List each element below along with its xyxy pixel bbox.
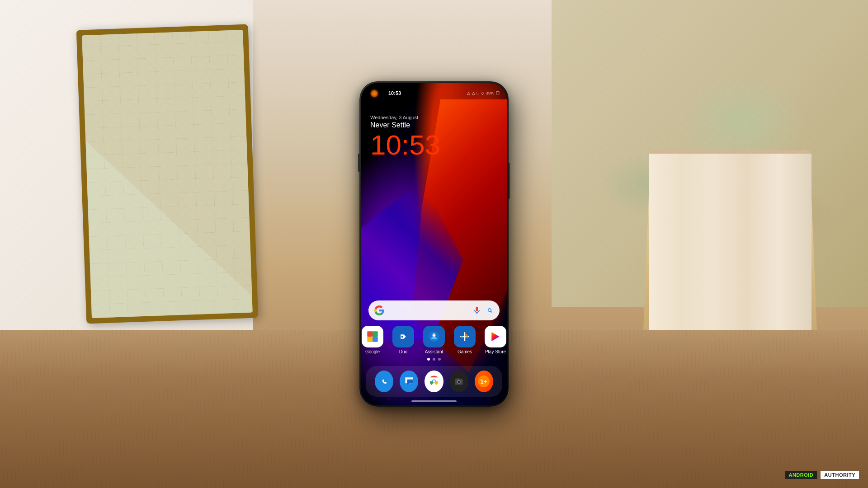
phone-icon <box>378 375 390 387</box>
bluetooth-icon: △ <box>467 91 470 95</box>
app-row: Google Duo <box>361 326 507 354</box>
google-app-label: Google <box>365 349 380 354</box>
svg-rect-5 <box>373 337 378 342</box>
mic-icon[interactable] <box>472 306 481 315</box>
watermark-authority: AUTHORITY <box>821 471 859 479</box>
playstore-app-icon[interactable] <box>485 326 506 347</box>
nfc-icon: ◇ <box>481 91 484 95</box>
svg-point-24 <box>458 381 460 383</box>
camera-icon <box>453 375 465 387</box>
svg-rect-0 <box>486 307 494 314</box>
volume-button[interactable] <box>509 163 510 199</box>
svg-point-20 <box>433 380 435 382</box>
games-app-label: Games <box>458 349 472 354</box>
search-bar-area <box>361 300 507 320</box>
svg-point-11 <box>434 334 435 335</box>
battery-icon: ☐ <box>496 91 500 95</box>
games-app-icon[interactable] <box>454 326 476 347</box>
svg-rect-25 <box>457 378 459 379</box>
home-screen: Wednesday, 3 August Never Settle 10:53 <box>361 106 507 405</box>
svg-point-7 <box>401 336 403 338</box>
map-lines <box>82 30 253 318</box>
status-bar: 10:53 △ △ □ ◇ 35% ☐ <box>361 83 507 99</box>
app-item-playstore[interactable]: Play Store <box>485 326 506 354</box>
dot-1 <box>427 358 430 361</box>
duo-app-label: Duo <box>399 349 407 354</box>
alert-slider[interactable] <box>358 154 359 172</box>
phone-screen[interactable]: 10:53 △ △ □ ◇ 35% ☐ Wednesday, 3 August <box>361 83 507 405</box>
dock-camera-icon[interactable] <box>450 371 468 392</box>
dock: 1+ <box>366 366 502 397</box>
oneplus-icon: 1+ <box>478 375 490 387</box>
map-content <box>82 30 253 318</box>
svg-point-16 <box>378 375 390 387</box>
svg-text:1+: 1+ <box>481 378 487 385</box>
dot-2 <box>433 358 435 361</box>
google-g-icon <box>374 305 385 316</box>
duo-icon <box>397 330 410 343</box>
assistant-app-label: Assistant <box>425 349 443 354</box>
home-bar <box>411 400 457 402</box>
home-indicator[interactable] <box>361 400 507 405</box>
dock-phone-icon[interactable] <box>375 371 393 392</box>
motto-text: Never Settle <box>370 121 498 129</box>
app-item-google[interactable]: Google <box>362 326 383 354</box>
phone: 10:53 △ △ □ ◇ 35% ☐ Wednesday, 3 August <box>359 81 509 407</box>
dock-chrome-icon[interactable] <box>425 371 443 392</box>
google-search-bar[interactable] <box>368 300 500 320</box>
datetime-area: Wednesday, 3 August Never Settle 10:53 <box>361 106 507 164</box>
watermark: ANDROID AUTHORITY <box>785 471 859 479</box>
chrome-icon <box>428 375 440 387</box>
playstore-icon <box>489 330 502 343</box>
clock-display: 10:53 <box>370 131 498 159</box>
google-app-icon[interactable] <box>362 326 383 347</box>
google-icon <box>366 330 379 343</box>
assistant-app-icon[interactable] <box>423 326 445 347</box>
signal-icon: □ <box>477 91 479 95</box>
svg-point-10 <box>433 334 434 335</box>
dot-3 <box>438 358 441 361</box>
app-item-duo[interactable]: Duo <box>392 326 414 354</box>
svg-rect-3 <box>373 331 378 337</box>
app-item-assistant[interactable]: Assistant <box>423 326 445 354</box>
svg-rect-2 <box>367 331 373 337</box>
app-item-games[interactable]: Games <box>454 326 476 354</box>
phone-body: 10:53 △ △ □ ◇ 35% ☐ Wednesday, 3 August <box>359 81 509 407</box>
scene: 10:53 △ △ □ ◇ 35% ☐ Wednesday, 3 August <box>0 0 868 488</box>
watermark-android: ANDROID <box>785 471 817 479</box>
status-time: 10:53 <box>388 90 401 96</box>
messages-icon <box>403 375 415 387</box>
page-dots <box>361 358 507 361</box>
duo-app-icon[interactable] <box>392 326 414 347</box>
svg-point-9 <box>433 333 436 337</box>
wifi-icon: △ <box>472 91 475 95</box>
lens-icon[interactable] <box>485 306 494 315</box>
dock-messages-icon[interactable] <box>400 371 418 392</box>
games-icon <box>458 330 472 343</box>
picture-frame-inner <box>82 30 253 318</box>
svg-rect-4 <box>367 337 373 342</box>
assistant-icon <box>428 330 440 343</box>
battery-indicator: 35% <box>486 91 494 95</box>
picture-frame <box>76 24 258 324</box>
front-camera <box>369 89 379 99</box>
playstore-app-label: Play Store <box>485 349 506 354</box>
dock-oneplus-icon[interactable]: 1+ <box>475 371 493 392</box>
date-label: Wednesday, 3 August <box>370 115 498 120</box>
status-icons: △ △ □ ◇ 35% ☐ <box>467 91 500 95</box>
svg-point-13 <box>461 336 463 338</box>
